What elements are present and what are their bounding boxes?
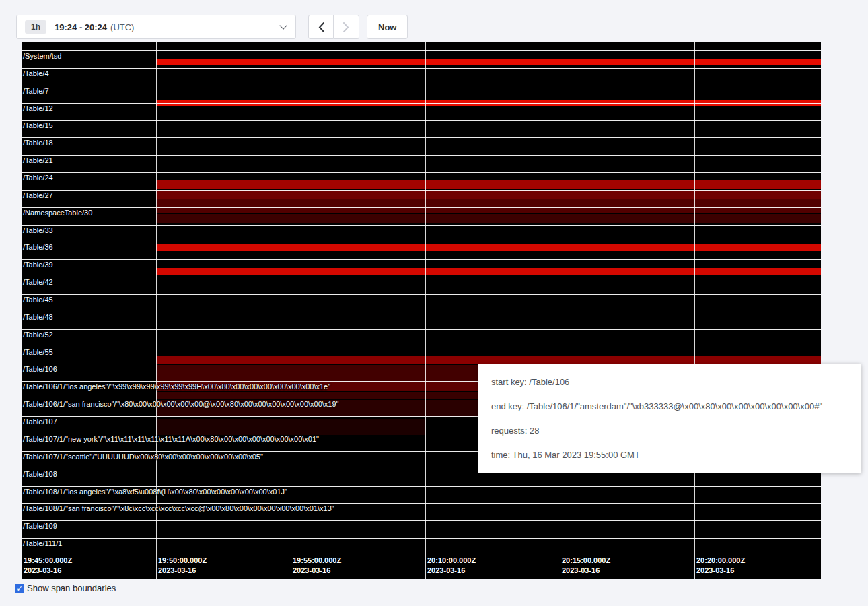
heat-band: [156, 199, 821, 213]
x-axis-time: 19:55:00.000Z: [293, 556, 341, 566]
span-boundary-line: [22, 50, 821, 51]
row-label: /Table/45: [23, 296, 53, 304]
row-label: /Table/107/1/"seattle"/"UUUUUUD\x00\x80\…: [23, 452, 263, 461]
x-axis-time: 19:45:00.000Z: [24, 556, 72, 566]
x-axis-date: 2023-03-16: [427, 566, 476, 576]
x-axis-label: 20:15:00.000Z2023-03-16: [562, 556, 610, 576]
row-label: /Table/107/1/"new york"/"\x11\x11\x11\x1…: [23, 435, 319, 443]
row-label: /Table/24: [23, 174, 53, 182]
row-label: /Table/21: [23, 156, 53, 164]
span-boundary-line: [22, 68, 821, 69]
heat-band: [156, 244, 821, 251]
span-boundary-line: [22, 312, 821, 312]
x-axis-date: 2023-03-16: [293, 566, 341, 576]
span-boundary-line: [22, 155, 821, 156]
span-boundaries-control: ✓ Show span boundaries: [15, 583, 116, 593]
row-label: /Table/42: [23, 278, 53, 286]
row-label: /Table/27: [23, 191, 53, 199]
row-label: /Table/107: [23, 417, 57, 426]
span-boundary-line: [22, 120, 821, 121]
heatmap-canvas[interactable]: 19:45:00.000Z2023-03-1619:50:00.000Z2023…: [22, 42, 821, 579]
row-label: /NamespaceTable/30: [23, 209, 92, 217]
span-boundary-line: [22, 137, 821, 138]
x-axis-time: 19:50:00.000Z: [158, 556, 207, 566]
span-boundary-line: [22, 329, 821, 330]
time-gridline: [425, 42, 426, 579]
span-boundary-line: [22, 242, 821, 242]
time-gridline: [560, 42, 560, 579]
time-nav-group: [308, 15, 359, 39]
tooltip-start-key: start key: /Table/106: [491, 377, 848, 387]
x-axis-time: 20:10:00.000Z: [427, 556, 476, 566]
x-axis-label: 20:10:00.000Z2023-03-16: [427, 556, 476, 576]
x-axis-date: 2023-03-16: [562, 566, 610, 576]
span-boundary-line: [22, 520, 821, 521]
span-boundary-line: [22, 503, 821, 504]
row-label: /Table/15: [23, 121, 53, 129]
time-range-label: 19:24 - 20:24: [55, 22, 107, 32]
row-label: /Table/108: [23, 470, 57, 478]
time-gridline: [156, 42, 157, 579]
row-label: /Table/106: [23, 365, 57, 373]
tooltip-requests: requests: 28: [491, 426, 848, 436]
span-boundary-line: [22, 277, 821, 277]
x-axis-time: 20:20:00.000Z: [696, 556, 745, 566]
tooltip-time: time: Thu, 16 Mar 2023 19:55:00 GMT: [491, 450, 848, 460]
heat-band: [156, 190, 821, 199]
row-label: /Table/18: [23, 139, 53, 147]
chevron-left-icon: [318, 22, 324, 32]
x-axis-label: 19:50:00.000Z2023-03-16: [158, 556, 207, 576]
span-boundary-line: [22, 103, 821, 104]
span-boundary-line: [22, 538, 821, 539]
row-label: /Table/111/1: [23, 539, 62, 547]
span-boundary-line: [22, 347, 821, 347]
span-boundary-line: [22, 86, 821, 86]
x-axis-date: 2023-03-16: [696, 566, 745, 576]
time-gridline: [291, 42, 291, 579]
show-span-boundaries-label: Show span boundaries: [27, 583, 116, 593]
span-tooltip: start key: /Table/106 end key: /Table/10…: [478, 364, 861, 473]
row-label: /Table/33: [23, 226, 53, 234]
span-boundary-line: [22, 294, 821, 295]
row-label: /Table/52: [23, 331, 53, 339]
row-label: /Table/55: [23, 348, 53, 356]
x-axis-date: 2023-03-16: [158, 566, 207, 576]
span-boundary-line: [22, 207, 821, 208]
chevron-down-icon: [279, 22, 287, 29]
heat-band: [156, 268, 821, 275]
span-boundary-line: [22, 172, 821, 173]
time-gridline: [694, 42, 695, 579]
duration-badge: 1h: [25, 20, 46, 34]
row-label: /Table/12: [23, 104, 53, 112]
span-boundary-line: [22, 190, 821, 191]
x-axis-label: 19:45:00.000Z2023-03-16: [24, 556, 72, 576]
x-axis-label: 20:20:00.000Z2023-03-16: [696, 556, 745, 576]
row-label: /Table/109: [23, 522, 57, 530]
now-button[interactable]: Now: [367, 15, 408, 39]
span-boundary-line: [22, 486, 821, 487]
row-label: /Table/108/1/"san francisco"/"\x8c\xcc\x…: [23, 504, 334, 512]
next-time-button[interactable]: [334, 15, 359, 39]
row-label: /Table/106/1/"los angeles"/"\x99\x99\x99…: [23, 382, 330, 391]
show-span-boundaries-checkbox[interactable]: ✓: [15, 584, 24, 593]
prev-time-button[interactable]: [308, 15, 334, 39]
row-label: /System/tsd: [23, 52, 61, 60]
timezone-label: (UTC): [110, 22, 134, 32]
row-label: /Table/48: [23, 313, 53, 321]
x-axis-time: 20:15:00.000Z: [562, 556, 610, 566]
time-range-selector[interactable]: 1h 19:24 - 20:24 (UTC): [16, 15, 296, 39]
row-label: /Table/106/1/"san francisco"/"\x80\x00\x…: [23, 400, 339, 408]
tooltip-end-key: end key: /Table/106/1/"amsterdam"/"\xb33…: [491, 401, 848, 411]
heat-band: [156, 214, 821, 223]
heat-band: [156, 59, 821, 65]
x-axis-date: 2023-03-16: [24, 566, 72, 576]
row-label: /Table/4: [23, 69, 49, 77]
x-axis-label: 19:55:00.000Z2023-03-16: [293, 556, 341, 576]
row-label: /Table/7: [23, 87, 49, 95]
row-label: /Table/108/1/"los angeles"/"\xa8\xf5\u00…: [23, 487, 287, 496]
span-boundary-line: [22, 225, 821, 226]
row-label: /Table/36: [23, 243, 53, 251]
span-boundary-line: [22, 259, 821, 260]
row-label: /Table/39: [23, 261, 53, 269]
heat-band: [156, 180, 821, 189]
